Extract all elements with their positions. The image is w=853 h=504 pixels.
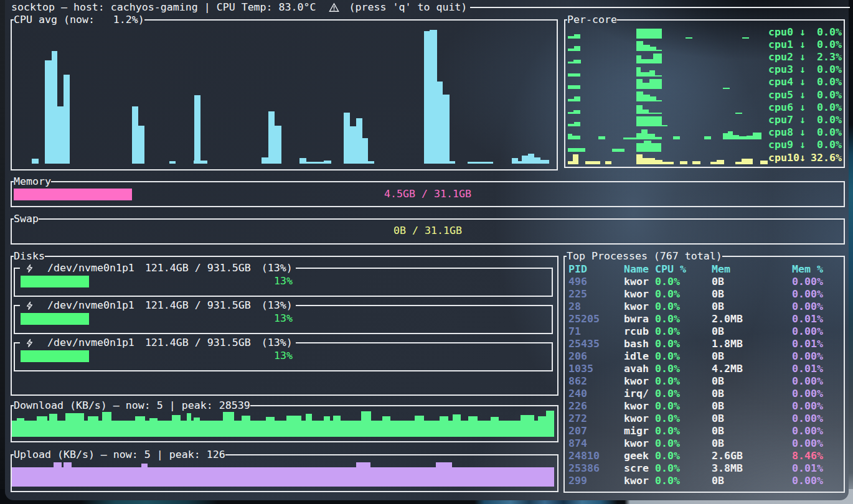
dl-chart-bump: [361, 411, 371, 437]
per-core-spark-bar: [636, 154, 643, 164]
process-cell: kwor: [624, 301, 649, 313]
per-core-label: cpu10↓: [768, 152, 806, 164]
swap-panel: Swap 0B / 31.1GB: [11, 219, 845, 245]
cpu-history-bar: [528, 154, 534, 164]
process-cell: 0.00%: [792, 425, 823, 437]
process-cell: 1035: [568, 363, 593, 375]
disk-percent-value: 13%: [15, 275, 552, 287]
dl-chart-bump: [194, 418, 200, 437]
dl-chart-bump: [223, 412, 234, 437]
per-core-spark-bar: [662, 125, 667, 126]
cpu-history-bar: [356, 118, 362, 164]
disk-percent-label: (13%): [262, 262, 293, 274]
per-core-spark-bar: [723, 88, 730, 89]
cpu-history-bar: [299, 158, 306, 164]
cpu-history-bar: [64, 75, 70, 164]
per-core-spark-bar: [650, 47, 656, 51]
process-cell: 0.0%: [655, 276, 680, 288]
process-cell: kwor: [624, 288, 649, 301]
process-column-header: CPU %: [655, 263, 686, 276]
per-core-percent: 0.0%: [817, 76, 842, 88]
process-cell: kwor: [624, 400, 649, 413]
per-core-spark-bar: [568, 112, 573, 114]
per-core-spark-bar: [760, 161, 768, 164]
cpu-history-bar: [350, 126, 356, 164]
dl-chart-bump: [382, 416, 390, 437]
cpu-history-bar: [540, 160, 549, 164]
top-processes-panel-title: Top Processes (767 total): [563, 250, 845, 263]
process-cell: 0.0%: [655, 375, 680, 388]
per-core-spark-bar: [735, 162, 742, 164]
per-core-percent: 0.0%: [817, 126, 842, 139]
disk-box: /dev/nvme0n1p1 121.4GB / 931.5GB (13%) 1…: [14, 306, 553, 334]
dl-chart-bump: [324, 416, 330, 437]
per-core-spark-bar: [568, 49, 574, 51]
dl-chart-bump: [17, 418, 24, 437]
cpu-history-bar: [132, 106, 138, 164]
process-cell: geek: [624, 450, 649, 462]
process-cell: 272: [568, 413, 587, 425]
per-core-spark-bar: [585, 161, 600, 164]
process-cell: 0B: [712, 375, 724, 388]
dl-chart-bump: [491, 417, 499, 437]
per-core-percent: 0.0%: [817, 63, 842, 76]
process-cell: 0.00%: [792, 475, 823, 487]
disk-percent-label: (13%): [262, 299, 293, 312]
process-cell: 299: [568, 475, 587, 487]
per-core-spark-bar: [598, 136, 605, 139]
per-core-row: cpu0 ↓0.0%: [565, 20, 844, 166]
per-core-spark-bar: [636, 79, 643, 89]
ul-chart-bump: [356, 462, 370, 487]
dl-chart-bump: [65, 413, 84, 437]
dl-chart-bump: [49, 414, 57, 437]
per-core-spark-bar: [636, 67, 641, 77]
cpu-history-bar: [306, 162, 324, 164]
process-cell: 2.0MB: [712, 313, 743, 325]
process-cell: 0.0%: [655, 363, 680, 375]
process-cell: 0B: [712, 288, 724, 301]
per-core-spark-bar: [641, 129, 648, 139]
cpu-history-bar: [52, 51, 57, 164]
per-core-spark-bar: [655, 160, 662, 164]
per-core-spark-bar: [636, 105, 643, 114]
disk-device-label: /dev/nvme0n1p1: [47, 262, 134, 274]
per-core-spark-bar: [680, 161, 687, 164]
ul-chart-bump: [64, 462, 72, 487]
per-core-row: cpu2 ↓2.3%: [565, 20, 844, 166]
per-core-spark-bar: [742, 159, 753, 164]
per-core-spark-bar: [636, 29, 662, 39]
dl-chart-bump: [538, 416, 546, 437]
process-cell: 0.0%: [655, 338, 680, 350]
process-cell: 862: [568, 375, 587, 388]
disk-percent-value: 13%: [15, 312, 552, 325]
cpu-history-bar: [138, 126, 144, 164]
swap-usage-label: 0B / 31.1GB: [12, 225, 844, 237]
per-core-spark-bar: [623, 138, 636, 139]
cpu-history-bar: [268, 111, 275, 164]
per-core-label: cpu3 ↓: [768, 63, 806, 76]
download-panel-title: Download (KB/s) — now: 5 | peak: 28539: [11, 399, 558, 412]
per-core-spark-bar: [636, 91, 643, 101]
per-core-row: cpu3 ↓0.0%: [565, 20, 844, 166]
per-core-percent: 0.0%: [817, 26, 842, 39]
process-cell: 0B: [712, 400, 724, 413]
per-core-row: cpu7 ↓0.0%: [565, 20, 844, 166]
process-cell: 0.00%: [792, 301, 823, 313]
per-core-spark-bar: [651, 143, 661, 152]
per-core-spark-bar: [753, 133, 761, 139]
per-core-spark-bar: [643, 158, 655, 164]
process-cell: 226: [568, 400, 587, 413]
process-cell: kwor: [624, 437, 649, 450]
upload-panel-title: Upload (KB/s) — now: 5 | peak: 126: [11, 449, 558, 461]
per-core-spark-bar: [636, 55, 641, 63]
process-cell: irq/: [624, 388, 649, 400]
titlebar-rule: [470, 7, 850, 8]
process-cell: 0B: [712, 388, 724, 400]
per-core-spark-bar: [636, 116, 662, 126]
disk-box-title: /dev/nvme0n1p1 121.4GB / 931.5GB (13%): [14, 299, 553, 312]
disk-usage-label: 121.4GB / 931.5GB: [145, 262, 251, 274]
per-core-spark-bar: [643, 110, 649, 114]
cpu-history-bar: [522, 156, 528, 164]
cpu-history-bar: [324, 161, 331, 164]
process-cell: 0.01%: [792, 338, 823, 350]
